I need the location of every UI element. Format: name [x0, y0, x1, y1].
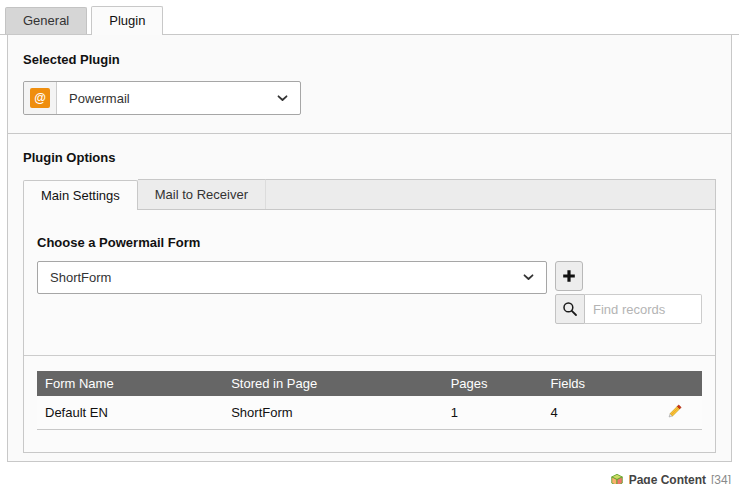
selected-plugin-value: Powermail — [69, 91, 130, 106]
search-icon — [562, 301, 578, 317]
powermail-at-icon: @ — [30, 88, 50, 108]
selected-plugin-select[interactable]: @ Powermail — [23, 81, 301, 115]
cell-form-name: Default EN — [37, 396, 223, 430]
main-settings-pane: Choose a Powermail Form ShortForm — [23, 209, 716, 453]
record-uid: [34] — [711, 473, 731, 484]
cell-fields: 4 — [542, 396, 648, 430]
tab-main-settings[interactable]: Main Settings — [23, 180, 138, 210]
record-search-group — [555, 294, 702, 324]
plugin-options-section: Plugin Options Main Settings Mail to Rec… — [8, 133, 731, 461]
column-header-pages: Pages — [443, 371, 543, 396]
column-header-form-name: Form Name — [37, 371, 223, 396]
record-type-label: Page Content — [629, 473, 706, 484]
chevron-down-icon — [277, 95, 288, 102]
table-row: Default EN ShortForm 1 4 — [37, 396, 702, 430]
plus-icon — [562, 269, 576, 283]
cell-pages: 1 — [443, 396, 543, 430]
column-header-fields: Fields — [542, 371, 648, 396]
powermail-form-select[interactable]: ShortForm — [37, 261, 547, 294]
edit-record-button[interactable] — [667, 403, 683, 419]
selected-plugin-section: Selected Plugin @ Powermail — [8, 35, 731, 133]
plugin-options-label: Plugin Options — [23, 150, 716, 165]
choose-form-label: Choose a Powermail Form — [37, 235, 702, 250]
record-info-footer: Page Content [34] — [0, 462, 739, 484]
chevron-down-icon — [523, 274, 534, 281]
tab-general[interactable]: General — [5, 7, 87, 34]
find-records-input[interactable] — [585, 294, 702, 324]
search-button[interactable] — [555, 294, 585, 324]
plugin-options-tabstrip: Main Settings Mail to Receiver — [23, 179, 716, 209]
add-record-button[interactable] — [555, 261, 583, 291]
plugin-icon-box: @ — [24, 82, 57, 114]
selected-plugin-label: Selected Plugin — [23, 52, 716, 67]
record-tabstrip: General Plugin — [0, 0, 739, 35]
plugin-tab-panel: Selected Plugin @ Powermail Plugin Optio… — [7, 35, 732, 462]
edit-pencil-icon — [667, 403, 683, 419]
tabstrip-filler — [266, 179, 716, 209]
column-header-stored-in-page: Stored in Page — [223, 371, 442, 396]
cell-stored-in-page: ShortForm — [223, 396, 442, 430]
column-header-actions — [649, 371, 702, 396]
forms-table: Form Name Stored in Page Pages Fields De… — [37, 371, 702, 430]
powermail-form-value: ShortForm — [50, 270, 111, 285]
table-header-row: Form Name Stored in Page Pages Fields — [37, 371, 702, 396]
tab-mail-to-receiver[interactable]: Mail to Receiver — [138, 179, 266, 209]
content-element-cube-icon — [610, 473, 624, 484]
tab-plugin[interactable]: Plugin — [91, 6, 163, 35]
